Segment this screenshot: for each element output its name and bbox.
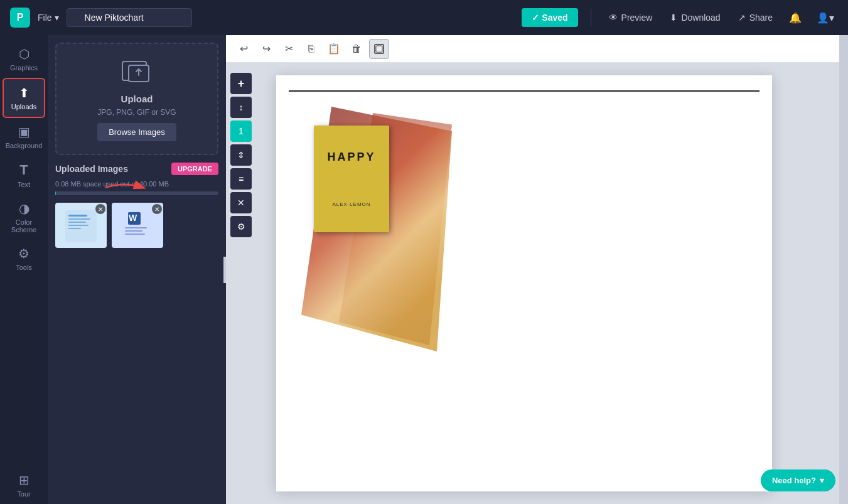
- layout-button[interactable]: ≡: [230, 168, 252, 190]
- title-wrapper: ✎: [67, 8, 192, 27]
- logo: P: [10, 8, 30, 28]
- sidebar-item-label: Tour: [17, 490, 30, 498]
- storage-bar-background: [55, 191, 218, 195]
- logo-letter: P: [17, 12, 24, 23]
- redo-button[interactable]: ↪: [256, 39, 276, 59]
- sidebar-item-label: Uploads: [11, 103, 36, 110]
- canvas-document: HAPPY ALEX LEMON: [276, 75, 772, 491]
- document-title-input[interactable]: [67, 8, 192, 27]
- toolbar-strip: ↩ ↪ ✂ ⎘ 📋 🗑: [226, 35, 839, 63]
- right-scrollbar[interactable]: [839, 35, 848, 504]
- upload-image-icon: [121, 56, 153, 90]
- storage-info: 0.08 MB space used out of 40.00 MB: [55, 180, 218, 188]
- share-button[interactable]: ↗ Share: [733, 9, 778, 26]
- sidebar-item-tools[interactable]: ⚙ Tools: [3, 240, 45, 277]
- user-menu-button[interactable]: 👤 ▾: [813, 8, 838, 28]
- svg-rect-6: [68, 222, 86, 223]
- zoom-in-button[interactable]: +: [230, 73, 252, 94]
- thumb-close-1[interactable]: ✕: [95, 204, 105, 214]
- preview-label: Preview: [621, 13, 653, 23]
- share-label: Share: [749, 13, 773, 23]
- canvas-top-line: [289, 90, 759, 92]
- undo-button[interactable]: ↩: [233, 39, 254, 59]
- preview-button[interactable]: 👁 Preview: [604, 9, 658, 26]
- saved-label: ✓ Saved: [532, 13, 567, 23]
- move-button[interactable]: ↕: [230, 97, 252, 118]
- svg-rect-16: [376, 46, 382, 52]
- preview-icon: 👁: [609, 13, 618, 23]
- user-chevron: ▾: [829, 12, 834, 24]
- uploaded-image-1[interactable]: ✕: [55, 203, 107, 248]
- storage-bar-fill: [55, 191, 56, 195]
- user-icon: 👤: [817, 12, 829, 24]
- thumb-close-2[interactable]: ✕: [152, 204, 162, 214]
- download-icon: ⬇: [670, 13, 677, 23]
- svg-rect-12: [125, 227, 147, 228]
- uploaded-image-2[interactable]: W ✕: [112, 203, 163, 248]
- sidebar-item-label: Background: [6, 142, 43, 149]
- book-cover: HAPPY ALEX LEMON: [314, 126, 389, 232]
- sidebar-item-color-scheme[interactable]: ◑ ColorScheme: [3, 195, 45, 240]
- download-button[interactable]: ⬇ Download: [665, 9, 725, 26]
- sidebar-item-label: Graphics: [10, 64, 38, 72]
- file-label: File: [38, 13, 52, 23]
- svg-rect-5: [68, 218, 90, 220]
- crop-button[interactable]: [369, 39, 389, 59]
- uploaded-section: Uploaded Images UPGRADE 0.08 MB space us…: [48, 163, 226, 248]
- upload-title: Upload: [121, 94, 153, 104]
- svg-text:W: W: [129, 213, 137, 223]
- sidebar-item-text[interactable]: T Text: [3, 156, 45, 195]
- sidebar-item-tour[interactable]: ⊞ Tour: [3, 466, 45, 504]
- uploads-icon: ⬆: [19, 85, 30, 100]
- sidebar-item-label: Tools: [16, 264, 32, 271]
- cut-button[interactable]: ✂: [279, 39, 299, 59]
- sidebar-nav: ⬡ Graphics ⬆ Uploads ▣ Background T Text…: [0, 35, 48, 504]
- file-chevron: ▾: [55, 13, 59, 23]
- tour-icon: ⊞: [19, 473, 30, 488]
- graphics-icon: ⬡: [19, 46, 30, 62]
- need-help-button[interactable]: Need help? ▾: [761, 469, 835, 491]
- book-title: HAPPY: [327, 151, 375, 164]
- element-settings-button[interactable]: ⚙: [230, 216, 252, 237]
- background-icon: ▣: [18, 124, 30, 139]
- svg-rect-13: [125, 230, 142, 232]
- sidebar-item-graphics[interactable]: ⬡ Graphics: [3, 40, 45, 78]
- upgrade-label: UPGRADE: [178, 165, 212, 173]
- left-controls: + ↕ 1 ⇕ ≡ ✕ ⚙: [226, 63, 256, 504]
- topbar-divider: [591, 9, 591, 26]
- copy-button[interactable]: ⎘: [301, 39, 321, 59]
- text-icon: T: [19, 162, 28, 178]
- page-number-button[interactable]: 1: [230, 121, 252, 142]
- canvas-area: ↩ ↪ ✂ ⎘ 📋 🗑 + ↕ 1 ⇕ ≡ ✕ ⚙: [226, 35, 839, 504]
- book-author: ALEX LEMON: [332, 201, 370, 207]
- color-scheme-icon: ◑: [19, 201, 30, 216]
- canvas-scroll[interactable]: + ↕ 1 ⇕ ≡ ✕ ⚙ HAPPY ALE: [226, 63, 839, 504]
- sidebar-item-background[interactable]: ▣ Background: [3, 118, 45, 156]
- topbar: P File ▾ ✎ ✓ Saved 👁 Preview ⬇ Download …: [0, 0, 848, 35]
- uploaded-images-title: Uploaded Images: [55, 164, 128, 174]
- paste-button[interactable]: 📋: [324, 39, 344, 59]
- upload-subtitle: JPG, PNG, GIF or SVG: [97, 108, 176, 117]
- file-menu[interactable]: File ▾: [38, 13, 59, 23]
- svg-rect-14: [125, 233, 145, 235]
- delete-button[interactable]: 🗑: [346, 39, 367, 59]
- upload-area: Upload JPG, PNG, GIF or SVG Browse Image…: [55, 43, 218, 155]
- sidebar-item-label: ColorScheme: [11, 218, 36, 233]
- upgrade-button[interactable]: UPGRADE: [171, 163, 218, 175]
- need-help-label: Need help?: [772, 476, 816, 485]
- canvas-image[interactable]: HAPPY ALEX LEMON: [301, 107, 452, 351]
- sidebar-item-label: Text: [18, 181, 30, 188]
- main-layout: ⬡ Graphics ⬆ Uploads ▣ Background T Text…: [0, 35, 848, 504]
- left-panel: Upload JPG, PNG, GIF or SVG Browse Image…: [48, 35, 226, 504]
- browse-images-button[interactable]: Browse Images: [97, 123, 176, 141]
- uploaded-header: Uploaded Images UPGRADE: [55, 163, 218, 175]
- notifications-button[interactable]: 🔔: [785, 8, 805, 28]
- saved-button[interactable]: ✓ Saved: [522, 8, 577, 27]
- browse-label: Browse Images: [109, 127, 165, 137]
- vertical-align-button[interactable]: ⇕: [230, 144, 252, 166]
- svg-rect-4: [68, 215, 87, 217]
- help-chevron: ▾: [820, 476, 824, 485]
- svg-rect-8: [68, 228, 81, 229]
- sidebar-item-uploads[interactable]: ⬆ Uploads: [3, 78, 45, 118]
- close-element-button[interactable]: ✕: [230, 192, 252, 213]
